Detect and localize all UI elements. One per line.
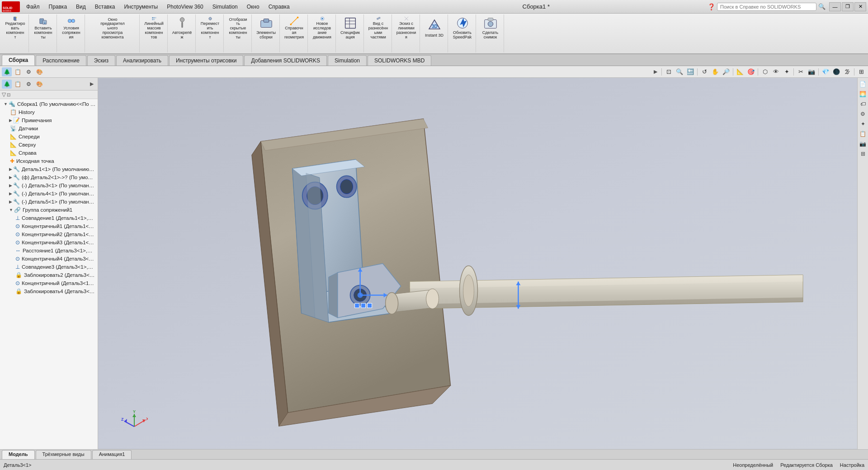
- close-button[interactable]: ✕: [854, 2, 866, 11]
- tree-mates-group[interactable]: ▼ 🔗 Группа сопряжений1: [0, 206, 98, 214]
- explode-sketch-button[interactable]: Эскиз с линиями разнесения: [396, 15, 417, 41]
- tree-mate-concentric5[interactable]: ⊙ Концентричный (Деталь3<1>,Деталь...: [0, 279, 98, 287]
- help-search-input[interactable]: [717, 3, 816, 11]
- status-config[interactable]: Настройка: [840, 462, 864, 468]
- tree-part5-item[interactable]: ▶ 🔧 (-) Деталь5<1> (По умолчанию<<По ум: [0, 198, 98, 206]
- menu-tools[interactable]: Инструменты: [119, 2, 162, 12]
- tab-simulation[interactable]: Simulation: [328, 55, 367, 66]
- exploded-button[interactable]: Вид с разнесёнными частями: [368, 15, 389, 41]
- search-icon[interactable]: 🔍: [818, 3, 826, 10]
- panel-tab-properties[interactable]: 📋: [13, 67, 23, 76]
- rp-render-button[interactable]: ✦: [859, 119, 868, 128]
- instant3d-button[interactable]: 3D Instant 3D: [424, 15, 445, 41]
- rp-decal-button[interactable]: 🏷: [859, 100, 868, 109]
- menu-view[interactable]: Вид: [71, 2, 90, 12]
- insert-component-button[interactable]: + Вставить компоненты: [33, 15, 54, 41]
- tree-part3-item[interactable]: ▶ 🔧 (-) Деталь3<1> (По умолчанию<<По ум: [0, 181, 98, 190]
- tree-right-plane-item[interactable]: 📐 Справа: [0, 149, 98, 157]
- realview-button[interactable]: 💎: [821, 67, 830, 76]
- menu-edit[interactable]: Правка: [44, 2, 72, 12]
- panel-tab-display[interactable]: 🎨: [34, 67, 44, 76]
- view-zoom-button[interactable]: 🔎: [721, 67, 731, 76]
- menu-file[interactable]: Файл: [22, 2, 44, 12]
- tab-model[interactable]: Модель: [2, 450, 35, 459]
- show-hidden-button[interactable]: Отобразить скрытые компоненты: [227, 15, 249, 41]
- tab-analyze[interactable]: Анализировать: [116, 55, 168, 66]
- shadows-button[interactable]: 🌑: [831, 67, 841, 76]
- tree-notes-item[interactable]: ▶ 📝 Примечания: [0, 116, 98, 124]
- tree-mate-lock4[interactable]: 🔒 Заблокировать4 (Деталь3<1>,Детал: [0, 287, 98, 295]
- appearance-button[interactable]: ✦: [782, 67, 792, 76]
- camera-button[interactable]: 📷: [807, 67, 816, 76]
- tab-3dviews[interactable]: Трёхмерные виды: [36, 450, 91, 459]
- menu-window[interactable]: Окно: [242, 2, 264, 12]
- rp-snapshot-button[interactable]: 📷: [859, 139, 868, 148]
- minimize-button[interactable]: —: [829, 2, 841, 11]
- menu-help[interactable]: Справка: [264, 2, 294, 12]
- panel-expand-arrow[interactable]: ▶: [651, 68, 660, 76]
- tree-front-plane-item[interactable]: 📐 Спереди: [0, 133, 98, 141]
- rp-compare-button[interactable]: ⊞: [859, 149, 868, 158]
- rp-scene-button[interactable]: 🌅: [859, 90, 868, 99]
- feature-manager-tab[interactable]: 🌲: [2, 80, 12, 89]
- tree-mate-concentric3[interactable]: ⊙ Концентричный3 (Деталь1<1>,Дета...: [0, 238, 98, 247]
- 3d-viewport[interactable]: X Y Z: [98, 78, 857, 449]
- snapshot-button[interactable]: Сделать снимок: [480, 15, 501, 41]
- panel-tab-config[interactable]: ⚙: [24, 67, 33, 76]
- menu-simulation[interactable]: Simulation: [208, 2, 242, 12]
- motion-button[interactable]: Новое исследование движения: [311, 15, 333, 41]
- fastener-button[interactable]: Автокрепёж: [171, 15, 193, 41]
- rp-task-button[interactable]: 📋: [859, 129, 868, 138]
- rp-custom-button[interactable]: ⚙: [859, 109, 868, 119]
- rp-appearance-button[interactable]: 📄: [859, 80, 868, 89]
- menu-insert[interactable]: Вставка: [90, 2, 120, 12]
- standard-views-button[interactable]: 📐: [735, 67, 745, 76]
- bom-button[interactable]: Спецификация: [340, 15, 361, 41]
- property-manager-tab[interactable]: 📋: [13, 80, 23, 89]
- tab-assembly[interactable]: Сборка: [2, 55, 35, 66]
- linear-array-button[interactable]: Линейный массив компонентов: [143, 15, 165, 41]
- tree-history-item[interactable]: 📋 History: [0, 108, 98, 116]
- tab-rendering-tools[interactable]: Инструменты отрисовки: [169, 55, 244, 66]
- tree-part2-item[interactable]: ▶ 🔧 (ф) Деталь2<1>->? (По умолчанию<<П: [0, 173, 98, 181]
- ref-geom-button[interactable]: Справочная геометрия: [283, 15, 305, 41]
- tab-addons[interactable]: Добавления SOLIDWORKS: [244, 55, 327, 66]
- view-orientation-button[interactable]: 🎯: [746, 67, 756, 76]
- panel-tab-feature-tree[interactable]: 🌲: [2, 67, 12, 76]
- zoom-fit-button[interactable]: ⊡: [664, 67, 674, 76]
- speedpak-button[interactable]: Обновить SpeedPak: [452, 15, 473, 41]
- tree-mate-coincident3[interactable]: ⊥ Совпадение3 (Деталь3<1>,Деталь4<: [0, 263, 98, 271]
- tree-part1-item[interactable]: ▶ 🔧 Деталь1<1> (По умолчанию<<По умол: [0, 165, 98, 173]
- tab-animation1[interactable]: Анимация1: [92, 450, 132, 459]
- tree-mate-concentric4[interactable]: ⊙ Концентричный4 (Деталь3<1>,Дета...: [0, 255, 98, 263]
- section-view-button[interactable]: ✂: [796, 67, 806, 76]
- preview-button[interactable]: Окно предварительного просмотра компонен…: [88, 15, 137, 41]
- tree-mate-concentric2[interactable]: ⊙ Концентричный2 (Деталь1<1>,Дета...: [0, 230, 98, 238]
- tree-mate-distance1[interactable]: ↔ Расстояние1 (Деталь3<1>,Деталь1<: [0, 247, 98, 255]
- tab-sketch[interactable]: Эскиз: [87, 55, 115, 66]
- viewport-layout-button[interactable]: ⊞: [856, 67, 866, 76]
- tree-mate-coincident1[interactable]: ⊥ Совпадение1 (Деталь1<1>,Деталь2<: [0, 214, 98, 222]
- tab-mbd[interactable]: SOLIDWORKS MBD: [368, 55, 431, 66]
- edit-component-button[interactable]: Редактировать компонент: [5, 15, 26, 41]
- config-manager-tab[interactable]: ⚙: [24, 80, 33, 89]
- tree-part4-item[interactable]: ▶ 🔧 (-) Деталь4<1> (По умолчанию<<По ум: [0, 190, 98, 198]
- assembly-button[interactable]: Элементы сборки: [255, 15, 277, 41]
- display-manager-tab[interactable]: 🎨: [34, 80, 44, 89]
- tree-top-plane-item[interactable]: 📐 Сверху: [0, 141, 98, 149]
- hide-show-button[interactable]: 👁: [771, 67, 781, 76]
- tree-sensors-item[interactable]: 📡 Датчики: [0, 124, 98, 133]
- view-pan-button[interactable]: ✋: [710, 67, 720, 76]
- tree-root-item[interactable]: ▼ 🔩 Сборка1 (По умолчанию<<По умолчанию_…: [0, 100, 98, 108]
- tree-mate-lock2[interactable]: 🔒 Заблокировать2 (Деталь3<1>,Детал: [0, 271, 98, 279]
- zoom-prev-button[interactable]: 🔙: [685, 67, 695, 76]
- tab-layout[interactable]: Расположение: [36, 55, 86, 66]
- menu-photoview[interactable]: PhotoView 360: [162, 2, 208, 12]
- move-button[interactable]: Переместить компонент: [199, 15, 221, 41]
- tree-mate-concentric1[interactable]: ⊙ Концентричный1 (Деталь1<1>,Дета...: [0, 222, 98, 230]
- mate-button[interactable]: Условия сопряжения: [61, 15, 82, 41]
- zoom-window-button[interactable]: 🔍: [675, 67, 684, 76]
- tree-origin-item[interactable]: ✚ Исходная точка: [0, 157, 98, 165]
- ambient-occlusion-button[interactable]: 🌫: [842, 67, 852, 76]
- restore-button[interactable]: ❐: [842, 2, 854, 11]
